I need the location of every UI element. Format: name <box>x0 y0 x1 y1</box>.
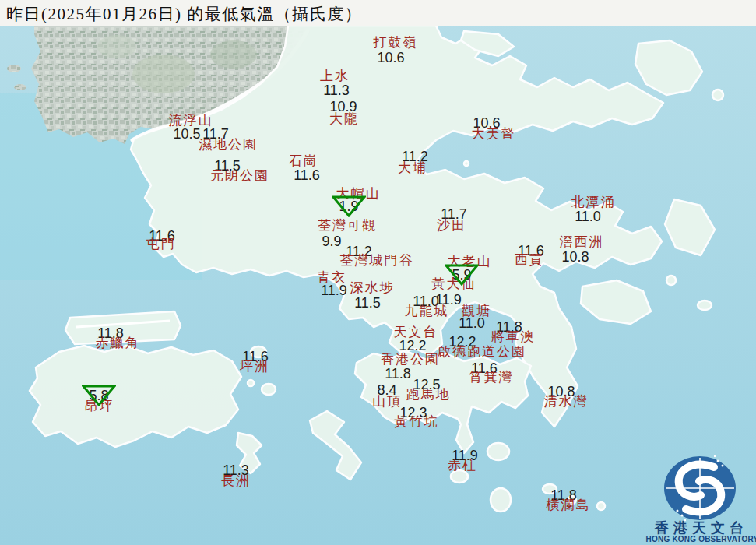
station-name: 上水 <box>320 69 350 83</box>
station-value: 11.5 <box>354 296 381 310</box>
station-value: 11.8 <box>385 367 411 381</box>
station-value: 11.9 <box>321 283 347 297</box>
station-name: 香港公園 <box>381 353 440 366</box>
title-band: 昨日(2025年01月26日) 的最低氣溫（攝氏度） <box>0 0 756 26</box>
station-value: 11.3 <box>323 83 350 97</box>
map-title: 昨日(2025年01月26日) 的最低氣溫（攝氏度） <box>6 3 362 25</box>
station-name: 天文台 <box>394 325 438 339</box>
station-name: 坪洲 <box>240 360 269 373</box>
station-name: 黃大仙 <box>432 277 476 290</box>
stations-layer: 10.6打鼓嶺11.3上水10.9大隴10.5流浮山11.7濕地公園11.5元朗… <box>0 0 756 545</box>
station-name: 山頂 <box>372 395 402 408</box>
station-name: 打鼓嶺 <box>374 36 418 49</box>
station-name: 觀塘 <box>462 304 491 318</box>
station-name: 筲箕灣 <box>469 371 514 384</box>
station-name: 啟德跑道公園 <box>438 345 526 358</box>
station-name: 荃灣城門谷 <box>340 254 414 267</box>
station-value: 12.2 <box>399 339 426 353</box>
station-name: 深水埗 <box>350 281 395 294</box>
station-name: 青衣 <box>317 271 346 284</box>
station-value: 11.6 <box>294 168 320 182</box>
station-name: 將軍澳 <box>491 330 536 343</box>
station-value: 10.5 <box>173 127 200 141</box>
station-name: 濕地公園 <box>199 138 258 151</box>
station-value: 10.8 <box>561 250 589 264</box>
station-name: 大老山 <box>448 255 492 268</box>
station-name: 赤柱 <box>448 459 477 472</box>
station-name: 元朗公園 <box>210 169 269 182</box>
station-name: 長洲 <box>221 474 251 487</box>
station-name: 滘西洲 <box>560 235 604 248</box>
station-name: 北潭涌 <box>571 195 616 209</box>
station-name: 黃竹坑 <box>395 415 439 428</box>
station-name: 荃灣可觀 <box>318 219 377 232</box>
station-name: 清水灣 <box>544 395 589 408</box>
weather-map-screenshot: 昨日(2025年01月26日) 的最低氣溫（攝氏度） 10.6打鼓嶺11.3上水… <box>0 0 756 545</box>
station-name: 跑馬地 <box>406 388 451 401</box>
station-name: 屯門 <box>146 237 176 251</box>
station-value: 1.9 <box>339 199 358 213</box>
station-name: 沙田 <box>437 219 466 232</box>
hko-logo-english-name: HONG KONG OBSERVATORY <box>646 535 756 543</box>
station-name: 流浮山 <box>169 114 213 127</box>
station-value: 10.6 <box>377 51 404 65</box>
station-value: 11.0 <box>575 209 601 223</box>
station-name: 西貢 <box>515 253 544 266</box>
station-name: 九龍城 <box>405 304 449 318</box>
station-name: 大隴 <box>329 112 359 125</box>
station-name: 昂坪 <box>85 399 114 413</box>
station-name: 大埔 <box>398 161 427 174</box>
station-name: 石崗 <box>289 154 318 167</box>
station-name: 大帽山 <box>336 187 381 200</box>
station-value: 9.9 <box>322 234 341 248</box>
station-name: 赤鱲角 <box>96 336 140 350</box>
station-name: 大美督 <box>472 127 516 140</box>
station-name: 橫瀾島 <box>547 498 591 512</box>
